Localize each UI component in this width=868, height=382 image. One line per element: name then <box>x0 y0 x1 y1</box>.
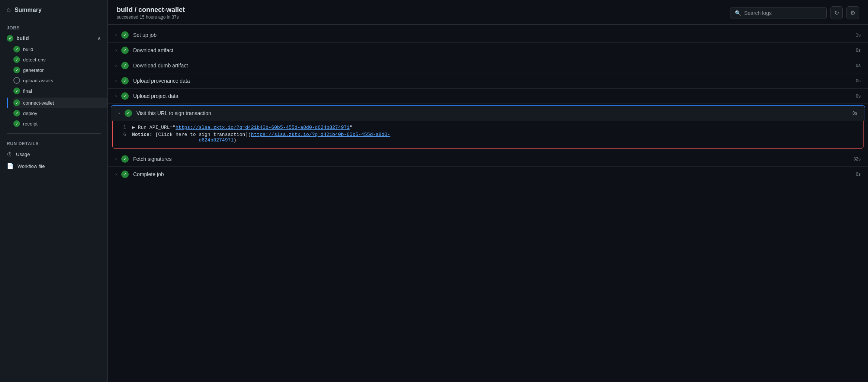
log-link-6[interactable]: https://slsa.zktx.io/?q=d421b40b-60b5-45… <box>132 132 390 143</box>
log-content: 1 ▶ Run API_URL="https://slsa.zktx.io/?q… <box>112 121 864 149</box>
run-details-usage[interactable]: ⏱ Usage <box>0 149 107 160</box>
step-project-name: Upload project data <box>133 93 178 99</box>
summary-label: Summary <box>15 7 42 13</box>
settings-button[interactable]: ⚙ <box>846 6 859 19</box>
step-final[interactable]: ✓ final <box>13 86 107 96</box>
search-logs-container[interactable]: 🔍 <box>730 7 827 19</box>
step-dl-artifact-duration: 0s <box>856 48 861 53</box>
sidebar: ⌂ Summary Jobs ✓ build ∧ ✓ build ✓ detec… <box>0 0 108 382</box>
step-final-status: ✓ <box>13 87 20 94</box>
log-line-6: 6 Notice: [Click here to sign transactio… <box>119 132 857 143</box>
main-content: build / connect-wallet succeeded 15 hour… <box>108 0 868 382</box>
step-build-status: ✓ <box>13 46 20 52</box>
step-fetch-duration: 32s <box>853 156 861 162</box>
step-receipt-label: receipt <box>23 121 38 127</box>
step-build-label: build <box>23 47 33 52</box>
log-line-num-6: 6 <box>119 132 126 137</box>
step-dl-artifact-status: ✓ <box>121 47 129 54</box>
step-detect-env-label: detect-env <box>23 57 46 63</box>
page-subtitle: succeeded 15 hours ago in 37s <box>117 15 185 20</box>
build-job-steps: ✓ build ✓ detect-env ✓ generator – uploa… <box>0 44 107 96</box>
step-receipt[interactable]: ✓ receipt <box>13 118 107 129</box>
step-row-complete-job[interactable]: › ✓ Complete job 0s <box>108 167 868 182</box>
build-job-group: ✓ build ∧ ✓ build ✓ detect-env ✓ generat… <box>0 33 107 96</box>
step-generator-label: generator <box>23 67 44 73</box>
workflow-icon: 📄 <box>7 163 14 169</box>
step-deploy-status: ✓ <box>13 110 20 117</box>
step-project-duration: 0s <box>856 93 861 99</box>
step-row-visit-url[interactable]: › ✓ Visit this URL to sign transaction 0… <box>111 105 865 121</box>
step-detect-env-status: ✓ <box>13 56 20 63</box>
step-detect-env[interactable]: ✓ detect-env <box>13 54 107 65</box>
step-upload-assets[interactable]: – upload-assets <box>13 75 107 86</box>
step-project-status: ✓ <box>121 92 129 100</box>
step-receipt-status: ✓ <box>13 120 20 127</box>
log-line-1: 1 ▶ Run API_URL="https://slsa.zktx.io/?q… <box>119 124 857 130</box>
usage-icon: ⏱ <box>7 151 12 157</box>
step-dumb-name: Download dumb artifact <box>133 63 188 69</box>
step-final-label: final <box>23 88 32 94</box>
step-row-upload-provenance[interactable]: › ✓ Upload provenance data 0s <box>108 73 868 89</box>
usage-label: Usage <box>16 152 30 157</box>
step-provenance-status: ✓ <box>121 77 129 85</box>
build-status-icon: ✓ <box>7 35 13 42</box>
step-row-download-artifact[interactable]: › ✓ Download artifact 0s <box>108 43 868 58</box>
sidebar-divider <box>7 133 101 134</box>
step-dl-artifact-name: Download artifact <box>133 47 173 53</box>
step-chevron-dl-artifact: › <box>115 48 117 53</box>
step-connect-wallet-status: ✓ <box>13 99 20 106</box>
main-header: build / connect-wallet succeeded 15 hour… <box>108 0 868 25</box>
step-chevron-dumb: › <box>115 63 117 68</box>
search-logs-input[interactable] <box>744 10 822 16</box>
step-chevron-project: › <box>115 93 117 99</box>
log-line-content-6: Notice: [Click here to sign transaction]… <box>132 132 390 143</box>
step-visit-status: ✓ <box>125 109 132 117</box>
step-deploy-label: deploy <box>23 111 37 116</box>
step-fetch-status: ✓ <box>121 155 129 163</box>
step-deploy[interactable]: ✓ deploy <box>13 108 107 118</box>
build-job-header[interactable]: ✓ build ∧ <box>0 33 107 44</box>
step-row-download-dumb-artifact[interactable]: › ✓ Download dumb artifact 0s <box>108 58 868 73</box>
log-line-num-1: 1 <box>119 124 126 130</box>
step-complete-status: ✓ <box>121 171 129 178</box>
step-setup-name: Set up job <box>133 32 157 38</box>
step-provenance-duration: 0s <box>856 78 861 83</box>
main-actions: 🔍 ↻ ⚙ <box>730 6 859 19</box>
run-details-workflow[interactable]: 📄 Workflow file <box>0 160 107 172</box>
step-row-upload-project[interactable]: › ✓ Upload project data 0s <box>108 89 868 104</box>
step-build[interactable]: ✓ build <box>13 44 107 54</box>
build-job-name: build <box>16 35 29 41</box>
step-row-fetch-signatures[interactable]: › ✓ Fetch signatures 32s <box>108 152 868 167</box>
step-chevron-provenance: › <box>115 78 117 83</box>
build-chevron-icon: ∧ <box>97 36 101 41</box>
step-visit-duration: 0s <box>852 111 857 116</box>
step-fetch-name: Fetch signatures <box>133 156 172 162</box>
step-connect-wallet-label: connect-wallet <box>23 100 54 106</box>
step-dumb-duration: 0s <box>856 63 861 68</box>
step-chevron-fetch: › <box>115 156 117 162</box>
page-title: build / connect-wallet <box>117 6 185 14</box>
step-upload-assets-label: upload-assets <box>23 78 53 83</box>
home-icon: ⌂ <box>7 6 11 14</box>
steps-list: › ✓ Set up job 1s › ✓ Download artifact … <box>108 25 868 382</box>
sidebar-summary[interactable]: ⌂ Summary <box>0 0 107 20</box>
step-connect-wallet[interactable]: ✓ connect-wallet <box>13 98 107 108</box>
step-complete-name: Complete job <box>133 171 164 177</box>
step-setup-duration: 1s <box>856 32 861 38</box>
run-details-label: Run details <box>0 138 107 149</box>
step-dumb-status: ✓ <box>121 62 129 69</box>
step-visit-name: Visit this URL to sign transaction <box>136 110 211 116</box>
step-generator-status: ✓ <box>13 67 20 73</box>
step-row-setup[interactable]: › ✓ Set up job 1s <box>108 28 868 43</box>
workflow-label: Workflow file <box>17 163 45 169</box>
refresh-button[interactable]: ↻ <box>830 6 843 19</box>
jobs-section-label: Jobs <box>0 20 107 33</box>
step-generator[interactable]: ✓ generator <box>13 65 107 75</box>
search-icon: 🔍 <box>735 10 741 16</box>
step-chevron-visit: › <box>117 112 122 114</box>
log-link-1[interactable]: https://slsa.zktx.io/?q=d421b40b-60b5-45… <box>176 125 350 130</box>
step-chevron-setup: › <box>115 32 117 38</box>
log-line-content-1: ▶ Run API_URL="https://slsa.zktx.io/?q=d… <box>132 124 353 130</box>
step-provenance-name: Upload provenance data <box>133 78 190 84</box>
step-chevron-complete: › <box>115 172 117 177</box>
